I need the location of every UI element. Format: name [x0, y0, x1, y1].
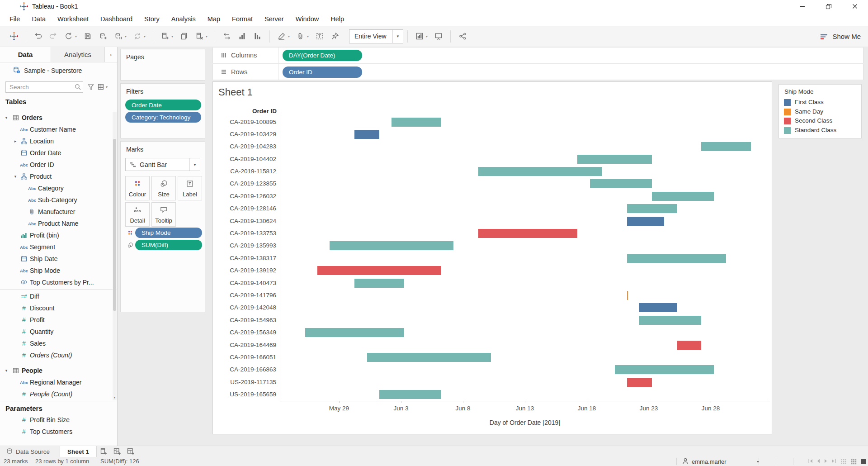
legend-item-same-day[interactable]: Same Day	[779, 108, 861, 117]
marks-pill-ship-mode[interactable]: Ship Mode	[135, 228, 202, 238]
view-options-caret-icon[interactable]: ▾	[106, 85, 108, 89]
field-people[interactable]: ▾People	[0, 365, 117, 376]
highlight-icon[interactable]	[274, 29, 289, 44]
menu-help[interactable]: Help	[325, 13, 350, 26]
gantt-bar-ca-2019-100895[interactable]	[392, 118, 441, 127]
show-me-panel-caret-icon[interactable]: ▾	[426, 34, 431, 38]
scrollbar-thumb[interactable]	[113, 139, 116, 311]
gantt-bar-ca-2019-126032[interactable]	[652, 192, 714, 201]
tab-data-source[interactable]: Data Source	[0, 446, 60, 457]
menu-window[interactable]: Window	[290, 13, 325, 26]
new-worksheet-icon[interactable]	[157, 29, 173, 44]
marks-button-detail[interactable]: Detail	[125, 202, 150, 227]
view-options-icon[interactable]	[96, 83, 106, 90]
gantt-bar-ca-2019-128146[interactable]	[627, 204, 677, 213]
show-mark-labels-icon[interactable]	[312, 29, 327, 44]
field-profit-bin-size[interactable]: #Profit Bin Size	[0, 414, 117, 426]
legend-item-standard-class[interactable]: Standard Class	[779, 126, 861, 135]
tableau-logo-icon[interactable]	[6, 29, 22, 44]
menu-story[interactable]: Story	[138, 13, 165, 26]
redo-icon[interactable]	[46, 29, 61, 44]
pause-auto-updates-icon[interactable]	[111, 29, 126, 44]
undo-icon[interactable]	[30, 29, 46, 44]
new-worksheet-caret-icon[interactable]: ▾	[171, 34, 176, 38]
field-orders-count[interactable]: #Orders (Count)	[0, 349, 117, 361]
save-icon[interactable]	[80, 29, 95, 44]
chevron-down-icon[interactable]: ▾	[13, 174, 18, 179]
gantt-bar-ca-2019-104402[interactable]	[577, 155, 651, 164]
menu-dashboard[interactable]: Dashboard	[94, 13, 138, 26]
pages-shelf[interactable]: Pages	[120, 49, 205, 81]
gantt-bar-ca-2019-141796[interactable]	[627, 291, 628, 300]
field-ship-mode[interactable]: AbcShip Mode	[0, 265, 117, 276]
chevron-down-icon[interactable]: ▾	[4, 115, 9, 120]
field-profit-bin[interactable]: Profit (bin)	[0, 229, 117, 241]
data-pane-scrollbar[interactable]: ▾	[113, 112, 117, 400]
gantt-bar-ca-2019-166051[interactable]	[367, 353, 491, 362]
sort-descending-icon[interactable]	[250, 29, 265, 44]
menu-file[interactable]: File	[4, 13, 26, 26]
field-sub-category[interactable]: AbcSub-Category	[0, 194, 117, 206]
field-manufacturer[interactable]: Manufacturer	[0, 206, 117, 218]
gantt-bar-ca-2019-138317[interactable]	[627, 254, 726, 263]
mark-type-dropdown[interactable]: Gantt Bar ▾	[125, 158, 200, 171]
new-worksheet-icon[interactable]	[97, 446, 110, 457]
gantt-bar-ca-2019-123855[interactable]	[590, 179, 652, 188]
fit-mode-dropdown[interactable]: Entire View▾	[349, 29, 403, 43]
replay-icon[interactable]	[61, 29, 76, 44]
search-input[interactable]	[6, 83, 73, 91]
scroll-down-icon[interactable]: ▾	[113, 395, 117, 399]
gantt-bar-us-2019-165659[interactable]	[379, 390, 441, 399]
new-story-icon[interactable]	[124, 446, 137, 457]
field-order-date[interactable]: Order Date	[0, 147, 117, 159]
nav-last-icon[interactable]	[830, 458, 837, 464]
field-order-id[interactable]: AbcOrder ID	[0, 159, 117, 171]
chevron-right-icon[interactable]: ▸	[13, 139, 18, 143]
refresh-datasource-caret-icon[interactable]: ▾	[144, 34, 149, 38]
clear-sheet-icon[interactable]	[192, 29, 207, 44]
gantt-bar-ca-2019-140473[interactable]	[354, 279, 404, 288]
minimize-icon[interactable]	[789, 0, 816, 13]
menu-server[interactable]: Server	[259, 13, 290, 26]
share-workbook-icon[interactable]	[455, 29, 470, 44]
menu-worksheet[interactable]: Worksheet	[52, 13, 94, 26]
swap-rows-columns-icon[interactable]	[219, 29, 235, 44]
marks-button-colour[interactable]: Colour	[125, 176, 150, 200]
field-location[interactable]: ▸Location	[0, 135, 117, 147]
gantt-bar-ca-2019-142048[interactable]	[639, 303, 676, 312]
new-dashboard-icon[interactable]	[110, 446, 124, 457]
collapse-pane-icon[interactable]: ‹	[105, 47, 117, 62]
nav-first-icon[interactable]	[807, 458, 814, 464]
field-profit[interactable]: #Profit	[0, 314, 117, 326]
filter-pill-category-technology[interactable]: Category: Technology	[125, 112, 201, 123]
field-quantity[interactable]: #Quantity	[0, 326, 117, 338]
field-sales[interactable]: #Sales	[0, 338, 117, 349]
field-top-customers[interactable]: #Top Customers	[0, 426, 117, 437]
tab-sheet-1[interactable]: Sheet 1	[60, 446, 97, 457]
view-show-sheet-icon[interactable]	[860, 458, 867, 465]
gantt-bar-ca-2019-133753[interactable]	[478, 229, 577, 238]
presentation-mode-icon[interactable]	[431, 29, 446, 44]
nav-next-icon[interactable]	[823, 458, 829, 464]
gantt-bar-us-2019-117135[interactable]	[627, 378, 652, 387]
ship-mode-legend[interactable]: Ship Mode First ClassSame DaySecond Clas…	[778, 84, 862, 138]
pause-auto-updates-caret-icon[interactable]: ▾	[125, 34, 130, 38]
highlight-caret-icon[interactable]: ▾	[288, 34, 293, 38]
menu-analysis[interactable]: Analysis	[165, 13, 202, 26]
field-category[interactable]: AbcCategory	[0, 182, 117, 194]
gantt-bar-ca-2019-135993[interactable]	[330, 241, 453, 250]
gantt-bar-ca-2019-164469[interactable]	[677, 341, 702, 350]
refresh-datasource-icon[interactable]	[130, 29, 145, 44]
gantt-bar-ca-2019-166863[interactable]	[615, 365, 714, 374]
field-top-customers-by-pr[interactable]: Top Customers by Pr...	[0, 276, 117, 288]
group-members-icon[interactable]	[293, 29, 308, 44]
field-product-name[interactable]: AbcProduct Name	[0, 218, 117, 229]
field-people-count[interactable]: #People (Count)	[0, 388, 117, 400]
pill-day-order-date[interactable]: DAY(Order Date)	[283, 50, 362, 61]
legend-item-second-class[interactable]: Second Class	[779, 117, 861, 126]
gantt-bar-ca-2019-103429[interactable]	[354, 130, 379, 139]
field-discount[interactable]: #Discount	[0, 302, 117, 314]
show-me-button[interactable]: Show Me	[820, 26, 861, 47]
show-me-panel-icon[interactable]	[412, 29, 427, 44]
filter-fields-icon[interactable]	[86, 83, 96, 90]
